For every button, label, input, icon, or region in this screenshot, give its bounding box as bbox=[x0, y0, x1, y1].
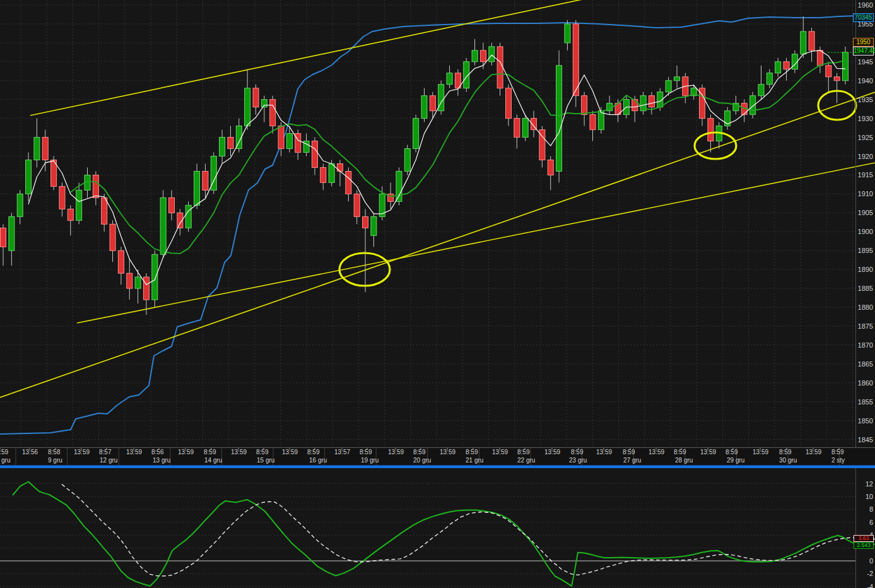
price-axis-label: 1890 bbox=[858, 266, 873, 273]
candle-body bbox=[127, 273, 132, 288]
panel-separator-bar bbox=[0, 466, 875, 469]
candle-body bbox=[826, 66, 831, 77]
trading-chart-window: 1960195519501945194019351930192519201915… bbox=[0, 0, 875, 588]
price-axis-label: 1910 bbox=[858, 190, 873, 197]
last-price-label: 1947.46 bbox=[853, 47, 874, 56]
candle-body bbox=[404, 149, 410, 172]
candle-body bbox=[68, 209, 73, 220]
time-label: 8:59 bbox=[571, 449, 584, 456]
price-axis-label: 1895 bbox=[858, 247, 873, 254]
time-label: 8:59 bbox=[674, 449, 686, 456]
time-label: 13:59 bbox=[126, 449, 142, 456]
macd-green-line bbox=[13, 482, 875, 586]
date-label: 28 gru bbox=[675, 457, 693, 464]
macd-axis-label: 10 bbox=[866, 493, 873, 500]
macd-axis-label: 0 bbox=[869, 557, 873, 565]
date-label: 12 gru bbox=[100, 457, 117, 464]
date-label: 13 gru bbox=[153, 457, 170, 464]
candle-body bbox=[354, 194, 360, 216]
macd-axis-label: -4 bbox=[867, 583, 873, 588]
time-label: 8:59 bbox=[413, 449, 426, 456]
candle-body bbox=[185, 205, 191, 228]
candle-body bbox=[17, 194, 23, 216]
candle-body bbox=[42, 138, 48, 160]
price-axis-label: 1915 bbox=[858, 171, 873, 179]
candle-body bbox=[775, 62, 781, 73]
candle-body bbox=[649, 96, 654, 107]
price-axis-label: 1945 bbox=[858, 58, 873, 66]
price-axis-label: 1935 bbox=[858, 96, 873, 103]
candle-body bbox=[480, 50, 486, 62]
candle-body bbox=[245, 88, 250, 126]
candle-body bbox=[556, 66, 562, 172]
candle-body bbox=[59, 186, 65, 209]
grid bbox=[0, 0, 855, 587]
candle-body bbox=[413, 119, 419, 149]
price-axis-label: 1900 bbox=[858, 228, 873, 235]
date-label: 29 gru bbox=[727, 457, 744, 464]
macd-panel bbox=[13, 482, 875, 586]
candle-body bbox=[565, 24, 570, 43]
date-label: 19 gru bbox=[361, 457, 379, 464]
time-label: 13:59 bbox=[492, 449, 508, 456]
time-label: 13:59 bbox=[649, 449, 664, 456]
candle-body bbox=[220, 138, 225, 156]
time-axis[interactable]: 13:5913:568:5813:598:5713:598:5613:598:5… bbox=[0, 447, 875, 468]
candle-body bbox=[674, 77, 680, 81]
price-axis-label: 1940 bbox=[858, 77, 873, 85]
candle-body bbox=[590, 115, 596, 130]
candle-body bbox=[278, 126, 284, 149]
candle-body bbox=[9, 216, 15, 250]
candle-body bbox=[102, 197, 107, 224]
date-label: 23 gru bbox=[569, 457, 587, 464]
macd-axis-label: 6 bbox=[869, 519, 873, 526]
trendlines bbox=[0, 0, 875, 397]
time-label: 13:59 bbox=[753, 449, 768, 456]
candle-body bbox=[843, 52, 849, 81]
candle-body bbox=[261, 100, 267, 107]
highlight-ellipse bbox=[695, 132, 736, 159]
price-axis-label: 1960 bbox=[858, 1, 873, 9]
price-axis-label: 1845 bbox=[858, 436, 873, 444]
price-axis[interactable]: 1960195519501945194019351930192519201915… bbox=[856, 0, 874, 588]
time-label: 8:59 bbox=[517, 449, 530, 456]
time-label: 13:59 bbox=[178, 449, 194, 456]
macd-signal-value-label: 3.63 bbox=[854, 535, 874, 542]
candle-body bbox=[666, 81, 671, 92]
price-axis-label: 1850 bbox=[858, 417, 873, 425]
candle-body bbox=[152, 254, 158, 300]
macd-line-value-label: 2.543 bbox=[854, 542, 874, 549]
candle-body bbox=[194, 171, 200, 205]
time-label: 8:56 bbox=[151, 449, 164, 456]
price-axis-label: 1870 bbox=[858, 341, 873, 349]
candle-body bbox=[522, 119, 528, 138]
time-label: 13:59 bbox=[596, 449, 612, 456]
time-label: 13:56 bbox=[22, 449, 38, 456]
candle-body bbox=[809, 32, 814, 50]
candle-body bbox=[329, 163, 334, 182]
time-label: 8:59 bbox=[831, 449, 844, 456]
date-label: 20 gru bbox=[413, 457, 431, 464]
candle-body bbox=[632, 100, 638, 111]
time-label: 8:59 bbox=[256, 449, 269, 456]
candle-body bbox=[169, 197, 175, 213]
candle-body bbox=[346, 171, 351, 194]
overlay-value-label: 70345 bbox=[853, 13, 874, 22]
date-label: 14 gru bbox=[204, 457, 222, 464]
candle-body bbox=[784, 62, 789, 69]
candle-body bbox=[143, 277, 149, 300]
candle-body bbox=[160, 197, 166, 254]
candle-body bbox=[834, 77, 840, 81]
price-axis-label: 1860 bbox=[858, 379, 873, 387]
time-label: 13:59 bbox=[282, 449, 298, 456]
candle-body bbox=[497, 47, 503, 88]
candle-body bbox=[34, 138, 40, 160]
candle-body bbox=[801, 32, 806, 54]
candle-body bbox=[582, 96, 587, 115]
candle-body bbox=[76, 190, 82, 220]
candle-body bbox=[396, 171, 402, 201]
alert-price-label: 1950 bbox=[853, 38, 874, 47]
candle-body bbox=[766, 73, 772, 85]
date-label: 15 gru bbox=[257, 457, 274, 464]
chart-canvas[interactable]: 1960195519501945194019351930192519201915… bbox=[0, 0, 875, 588]
